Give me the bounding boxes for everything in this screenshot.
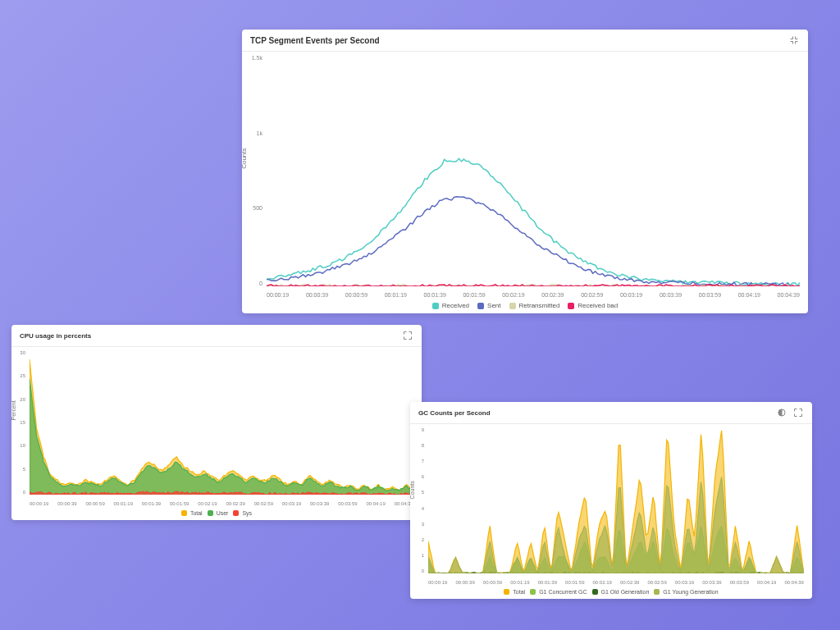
tick-label: 00:00:19 bbox=[267, 292, 289, 298]
legend-swatch bbox=[592, 589, 598, 595]
legend-label: User bbox=[217, 510, 229, 516]
tick-label: 00:00:59 bbox=[345, 292, 368, 298]
legend-swatch bbox=[654, 589, 660, 595]
legend-label: Received bbox=[442, 302, 469, 309]
tick-label: 00:03:39 bbox=[310, 501, 329, 506]
tick-label: 00:02:19 bbox=[502, 292, 524, 298]
tick-label: 00:03:19 bbox=[620, 292, 642, 298]
tick-label: 30 bbox=[11, 350, 28, 355]
legend-item[interactable]: G1 Concurrent GC bbox=[530, 589, 587, 595]
tick-label: 00:01:39 bbox=[538, 580, 557, 585]
tick-label: 00:01:19 bbox=[385, 292, 407, 298]
legend-item[interactable]: Received bad bbox=[568, 302, 618, 309]
tick-label: 3 bbox=[410, 522, 427, 527]
tick-label: 00:03:59 bbox=[699, 292, 721, 298]
tick-label: 00:03:39 bbox=[660, 292, 682, 298]
tick-label: 8 bbox=[410, 443, 427, 448]
tick-label: 00:00:39 bbox=[306, 292, 328, 298]
tick-label: 00:00:19 bbox=[30, 501, 48, 506]
legend-swatch bbox=[530, 589, 536, 595]
tick-label: 00:04:19 bbox=[738, 292, 760, 298]
expand-icon[interactable] bbox=[792, 407, 804, 418]
legend-label: Total bbox=[190, 510, 203, 516]
tick-label: 00:02:59 bbox=[254, 501, 273, 506]
legend-swatch bbox=[477, 303, 484, 309]
cpu-area-chart bbox=[30, 350, 413, 495]
legend-item[interactable]: Sent bbox=[477, 302, 500, 309]
expand-icon[interactable] bbox=[402, 330, 413, 341]
panel-body: Counts 1.5k1k5000 00:00:1900:00:3900:00:… bbox=[242, 52, 808, 299]
legend-swatch bbox=[568, 303, 574, 309]
tick-label: 00:01:19 bbox=[114, 501, 133, 506]
tick-label: 00:00:59 bbox=[483, 580, 502, 585]
legend-item[interactable]: Retransmitted bbox=[509, 302, 560, 309]
legend-label: Sys bbox=[242, 510, 252, 516]
panel-body: Counts 9876543210 00:00:1900:00:3900:00:… bbox=[410, 424, 812, 587]
tick-label: 2 bbox=[410, 537, 427, 542]
legend-swatch bbox=[208, 510, 213, 516]
gc-counts-panel: GC Counts per Second Counts 9876543210 0… bbox=[410, 402, 812, 599]
legend-item[interactable]: Total bbox=[181, 510, 203, 516]
panel-title: CPU usage in percents bbox=[20, 332, 91, 340]
panel-actions bbox=[776, 407, 804, 418]
tick-label: 00:03:19 bbox=[282, 501, 301, 506]
legend-item[interactable]: User bbox=[208, 510, 229, 516]
legend-swatch bbox=[181, 510, 187, 516]
tick-label: 00:00:19 bbox=[428, 580, 447, 585]
collapse-icon[interactable] bbox=[788, 34, 800, 46]
tick-label: 00:04:39 bbox=[784, 580, 803, 585]
tick-label: 500 bbox=[242, 205, 265, 211]
legend-item[interactable]: Received bbox=[432, 302, 469, 309]
tick-label: 00:04:19 bbox=[757, 580, 776, 585]
legend-item[interactable]: G1 Old Generation bbox=[592, 589, 650, 595]
legend-swatch bbox=[432, 303, 439, 309]
panel-header: TCP Segment Events per Second bbox=[242, 30, 808, 52]
x-axis-ticks: 00:00:1900:00:3900:00:5900:01:1900:01:39… bbox=[30, 501, 413, 506]
tick-label: 00:01:39 bbox=[424, 292, 446, 298]
tcp-line-chart bbox=[267, 55, 800, 286]
tick-label: 00:04:19 bbox=[366, 501, 385, 506]
y-axis-ticks: 9876543210 bbox=[410, 427, 427, 573]
tick-label: 00:02:39 bbox=[620, 580, 639, 585]
panel-actions bbox=[788, 34, 800, 46]
panel-header: GC Counts per Second bbox=[410, 402, 812, 424]
legend-item[interactable]: G1 Young Generation bbox=[654, 589, 718, 595]
tick-label: 20 bbox=[11, 397, 28, 402]
legend-label: Received bad bbox=[578, 302, 618, 309]
legend: ReceivedSentRetransmittedReceived bad bbox=[242, 299, 808, 313]
legend-item[interactable]: Total bbox=[504, 589, 525, 595]
tick-label: 7 bbox=[410, 459, 427, 463]
tick-label: 0 bbox=[410, 568, 427, 573]
legend: TotalG1 Concurrent GCG1 Old GenerationG1… bbox=[410, 587, 812, 599]
legend-item[interactable]: Sys bbox=[233, 510, 252, 516]
tick-label: 9 bbox=[410, 427, 427, 432]
legend: TotalUserSys bbox=[11, 508, 422, 520]
tick-label: 10 bbox=[11, 443, 28, 448]
tick-label: 00:02:19 bbox=[593, 580, 612, 585]
chart-area[interactable] bbox=[428, 427, 804, 573]
tcp-segments-panel: TCP Segment Events per Second Counts 1.5… bbox=[242, 30, 808, 313]
tick-label: 00:02:39 bbox=[226, 501, 244, 506]
legend-label: G1 Concurrent GC bbox=[539, 589, 587, 595]
x-axis-ticks: 00:00:1900:00:3900:00:5900:01:1900:01:39… bbox=[267, 292, 800, 298]
legend-label: Sent bbox=[487, 302, 500, 309]
cpu-usage-panel: CPU usage in percents Percent 3025201510… bbox=[11, 325, 422, 520]
tick-label: 00:03:19 bbox=[675, 580, 694, 585]
tick-label: 00:01:59 bbox=[170, 501, 189, 506]
tick-label: 00:01:39 bbox=[142, 501, 161, 506]
gc-area-chart bbox=[428, 427, 804, 573]
panel-actions bbox=[402, 330, 413, 341]
chart-area[interactable] bbox=[267, 55, 800, 286]
tick-label: 6 bbox=[410, 474, 427, 479]
tick-label: 00:03:39 bbox=[702, 580, 721, 585]
legend-label: G1 Young Generation bbox=[663, 589, 718, 595]
tick-label: 00:01:59 bbox=[565, 580, 584, 585]
theme-icon[interactable] bbox=[776, 407, 788, 418]
chart-area[interactable] bbox=[30, 350, 413, 495]
tick-label: 00:04:39 bbox=[778, 292, 800, 298]
tick-label: 15 bbox=[11, 420, 28, 425]
legend-swatch bbox=[233, 510, 239, 516]
tick-label: 00:02:39 bbox=[541, 292, 564, 298]
panel-header: CPU usage in percents bbox=[11, 325, 422, 347]
tick-label: 00:00:39 bbox=[57, 501, 76, 506]
